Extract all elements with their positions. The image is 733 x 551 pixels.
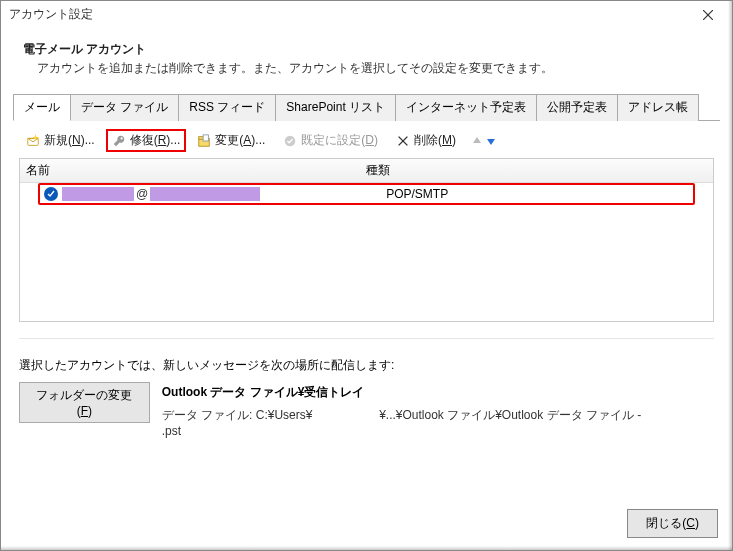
column-header-type[interactable]: 種類 — [360, 162, 713, 179]
repair-button[interactable]: 修復(R)... — [106, 129, 187, 152]
window-close-button[interactable] — [692, 4, 724, 26]
tab-internet-calendars[interactable]: インターネット予定表 — [395, 94, 537, 121]
change-button[interactable]: 変更(A)... — [190, 129, 272, 152]
tab-bar: メール データ ファイル RSS フィード SharePoint リスト インタ… — [13, 94, 720, 121]
delete-button[interactable]: 削除(M) — [389, 129, 463, 152]
sparkle-icon — [26, 134, 40, 148]
delete-label: 削除(M) — [414, 132, 456, 149]
section-heading: 電子メール アカウント — [23, 41, 714, 58]
tab-address-books[interactable]: アドレス帳 — [617, 94, 699, 121]
svg-marker-12 — [473, 137, 481, 143]
close-button[interactable]: 閉じる(C) — [627, 509, 718, 538]
tab-rss-feeds[interactable]: RSS フィード — [178, 94, 276, 121]
redacted-name-part1 — [62, 187, 134, 201]
table-row[interactable]: @ POP/SMTP — [40, 185, 693, 203]
column-header-name[interactable]: 名前 — [20, 162, 360, 179]
move-up-button[interactable] — [471, 135, 483, 147]
close-icon — [703, 10, 713, 20]
x-icon — [396, 134, 410, 148]
shadow-decoration — [1, 546, 732, 550]
change-folder-button[interactable]: フォルダーの変更(F) — [19, 382, 150, 423]
tab-data-files[interactable]: データ ファイル — [70, 94, 179, 121]
new-label: 新規(N)... — [44, 132, 95, 149]
window-title: アカウント設定 — [9, 6, 692, 23]
shadow-decoration — [728, 1, 732, 550]
at-symbol: @ — [134, 187, 150, 201]
set-default-button[interactable]: 既定に設定(D) — [276, 129, 385, 152]
set-default-label: 既定に設定(D) — [301, 132, 378, 149]
redacted-name-part2 — [150, 187, 260, 201]
tab-sharepoint-lists[interactable]: SharePoint リスト — [275, 94, 396, 121]
check-circle-icon — [283, 134, 297, 148]
tab-mail[interactable]: メール — [13, 94, 71, 121]
delivery-location: Outlook データ ファイル¥受信トレイ — [162, 384, 714, 401]
svg-marker-13 — [487, 139, 495, 145]
accounts-list[interactable]: 名前 種類 @ POP/SMTP — [19, 158, 714, 322]
move-down-button[interactable] — [485, 135, 497, 147]
change-label: 変更(A)... — [215, 132, 265, 149]
default-account-icon — [44, 187, 58, 201]
tab-published-calendars[interactable]: 公開予定表 — [536, 94, 618, 121]
svg-point-5 — [120, 137, 122, 139]
delivery-label: 選択したアカウントでは、新しいメッセージを次の場所に配信します: — [19, 357, 714, 374]
section-description: アカウントを追加または削除できます。また、アカウントを選択してその設定を変更でき… — [23, 58, 714, 77]
toolbar: 新規(N)... 修復(R)... 変更(A)... 既定に設定(D) 削除(M… — [1, 121, 732, 158]
new-button[interactable]: 新規(N)... — [19, 129, 102, 152]
divider — [19, 338, 714, 339]
svg-rect-8 — [203, 134, 208, 140]
document-folder-icon — [197, 134, 211, 148]
delivery-path: データ ファイル: C:¥Users¥ ¥...¥Outlook ファイル¥Ou… — [162, 407, 714, 438]
wrench-icon — [112, 134, 126, 148]
repair-label: 修復(R)... — [130, 132, 181, 149]
account-type: POP/SMTP — [380, 187, 693, 201]
